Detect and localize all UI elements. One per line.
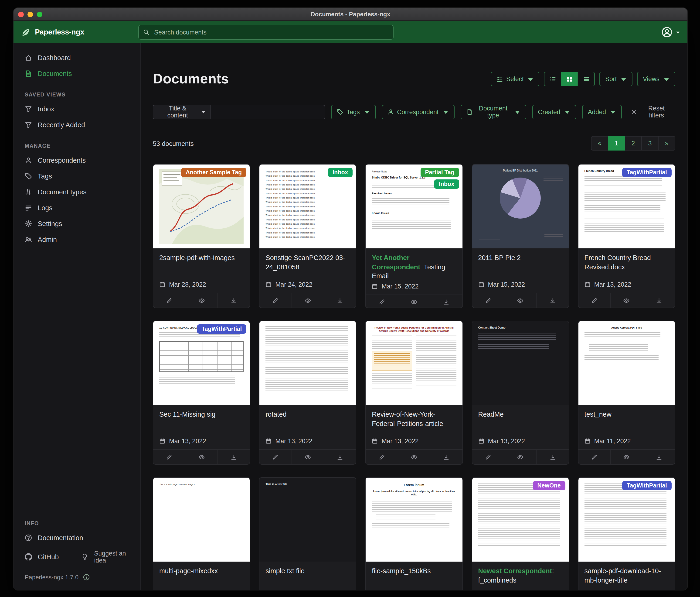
- document-title[interactable]: ReadMe: [472, 405, 569, 421]
- document-title[interactable]: Yet Another Correspondent: Testing Email: [366, 248, 462, 283]
- view-document-button[interactable]: [398, 450, 430, 464]
- view-document-button[interactable]: [291, 293, 324, 308]
- title-content-dropdown[interactable]: Title & content: [153, 104, 211, 119]
- tag-inbox[interactable]: Inbox: [328, 168, 353, 177]
- download-document-button[interactable]: [324, 450, 356, 464]
- document-thumbnail[interactable]: This is a test for the double space char…: [259, 165, 356, 248]
- suggest-an-idea-link[interactable]: Suggest an idea: [70, 546, 132, 568]
- document-title[interactable]: sample-pdf-download-10-mb-longer-title: [578, 562, 675, 587]
- download-document-button[interactable]: [430, 450, 462, 464]
- view-document-button[interactable]: [185, 450, 218, 464]
- pagination-page-3[interactable]: 3: [641, 136, 658, 150]
- document-thumbnail[interactable]: Contact Sheet Demo: [472, 321, 569, 405]
- view-document-button[interactable]: [504, 293, 536, 308]
- document-thumbnail[interactable]: [259, 321, 356, 405]
- document-thumbnail[interactable]: This is a test file.: [259, 478, 356, 562]
- document-thumbnail[interactable]: NewOne: [472, 478, 569, 562]
- zoom-window-button[interactable]: [37, 11, 42, 17]
- document-title[interactable]: file-sample_150kBs: [366, 562, 462, 578]
- pagination-page-1[interactable]: 1: [608, 136, 625, 150]
- sidebar-item-inbox[interactable]: Inbox: [14, 101, 140, 117]
- download-document-button[interactable]: [536, 450, 569, 464]
- sidebar-item-documents[interactable]: Documents: [14, 66, 140, 81]
- download-document-button[interactable]: [643, 293, 675, 308]
- edit-document-button[interactable]: [153, 450, 185, 464]
- view-details-button[interactable]: [578, 72, 595, 86]
- view-document-button[interactable]: [291, 450, 324, 464]
- edit-document-button[interactable]: [259, 450, 291, 464]
- tag-tagwithpartial[interactable]: TagWithPartial: [197, 325, 246, 334]
- view-list-button[interactable]: [544, 72, 561, 86]
- document-correspondent[interactable]: Newest Correspondent: [478, 567, 552, 575]
- edit-document-button[interactable]: [578, 450, 610, 464]
- document-thumbnail[interactable]: Lorem ipsumLorem ipsum dolor sit amet, c…: [366, 478, 462, 562]
- document-thumbnail[interactable]: TagWithPartial: [578, 478, 675, 562]
- document-thumbnail[interactable]: This is a multi page document. Page 1.: [153, 478, 250, 562]
- download-document-button[interactable]: [536, 293, 569, 308]
- view-document-button[interactable]: [610, 293, 643, 308]
- document-title[interactable]: Sec 11-Missing sig: [153, 405, 250, 421]
- document-thumbnail[interactable]: Another Sample Tag: [153, 165, 250, 248]
- document-title[interactable]: multi-page-mixedxx: [153, 562, 250, 578]
- sidebar-item-github[interactable]: GitHub: [14, 549, 70, 565]
- sidebar-item-correspondents[interactable]: Correspondents: [14, 152, 140, 168]
- download-document-button[interactable]: [324, 293, 356, 308]
- view-document-button[interactable]: [398, 295, 430, 308]
- tag-inbox[interactable]: Inbox: [434, 180, 459, 189]
- edit-document-button[interactable]: [472, 450, 504, 464]
- search-input[interactable]: [153, 28, 389, 36]
- document-title[interactable]: simple txt file: [259, 562, 356, 578]
- sidebar-item-admin[interactable]: Admin: [14, 232, 140, 247]
- edit-document-button[interactable]: [366, 450, 398, 464]
- filter-tags-button[interactable]: Tags: [331, 104, 376, 119]
- document-title[interactable]: Review-of-New-York-Federal-Petitions-art…: [366, 405, 462, 430]
- download-document-button[interactable]: [218, 450, 250, 464]
- sidebar-item-settings[interactable]: Settings: [14, 216, 140, 232]
- document-title[interactable]: Newest Correspondent: f_combineds: [472, 562, 569, 587]
- view-document-button[interactable]: [504, 450, 536, 464]
- view-grid-button[interactable]: [561, 72, 578, 86]
- info-icon[interactable]: [83, 574, 90, 581]
- view-document-button[interactable]: [610, 450, 643, 464]
- sort-button[interactable]: Sort: [600, 72, 633, 86]
- document-title[interactable]: French Country Bread Revised.docx: [578, 248, 675, 273]
- document-title[interactable]: 2011 BP Pie 2: [472, 248, 569, 264]
- reset-filters-button[interactable]: Reset filters: [628, 104, 675, 119]
- tag-partial-tag[interactable]: Partial Tag: [420, 168, 459, 177]
- document-thumbnail[interactable]: Patient BP Distribution 2011: [472, 165, 569, 248]
- app-brand[interactable]: Paperless-ngx: [21, 27, 138, 37]
- tag-tagwithpartial[interactable]: TagWithPartial: [622, 481, 672, 490]
- sidebar-item-tags[interactable]: Tags: [14, 168, 140, 184]
- document-title[interactable]: 2sample-pdf-with-images: [153, 248, 250, 264]
- tag-another-sample-tag[interactable]: Another Sample Tag: [181, 168, 246, 177]
- filter-added-button[interactable]: Added: [582, 104, 622, 119]
- edit-document-button[interactable]: [366, 295, 398, 308]
- document-thumbnail[interactable]: Review of New York Federal Petitions for…: [366, 321, 462, 405]
- document-correspondent[interactable]: Yet Another Correspondent: [372, 254, 420, 270]
- sidebar-item-dashboard[interactable]: Dashboard: [14, 50, 140, 66]
- sidebar-item-documentation[interactable]: Documentation: [14, 530, 140, 546]
- pagination-page-2[interactable]: 2: [625, 136, 642, 150]
- edit-document-button[interactable]: [578, 293, 610, 308]
- pagination-prev-button[interactable]: «: [591, 136, 608, 150]
- filter-text-input[interactable]: [211, 104, 325, 119]
- download-document-button[interactable]: [218, 293, 250, 308]
- document-thumbnail[interactable]: French Country BreadTagWithPartial: [578, 165, 675, 248]
- select-button[interactable]: Select: [491, 72, 540, 86]
- edit-document-button[interactable]: [472, 293, 504, 308]
- sidebar-item-recently-added[interactable]: Recently Added: [14, 117, 140, 133]
- edit-document-button[interactable]: [153, 293, 185, 308]
- views-button[interactable]: Views: [637, 72, 675, 86]
- minimize-window-button[interactable]: [27, 11, 33, 17]
- sidebar-item-document-types[interactable]: Document types: [14, 184, 140, 200]
- document-thumbnail[interactable]: Release NotesSimba ODBC Driver for SQL S…: [366, 165, 462, 248]
- tag-newone[interactable]: NewOne: [533, 481, 566, 490]
- pagination-next-button[interactable]: »: [658, 136, 675, 150]
- tag-tagwithpartial[interactable]: TagWithPartial: [622, 168, 672, 177]
- document-thumbnail[interactable]: Adobe Acrobat PDF Files: [578, 321, 675, 405]
- document-title[interactable]: Sonstige ScanPC2022 03-24_081058: [259, 248, 356, 273]
- sidebar-item-logs[interactable]: Logs: [14, 200, 140, 216]
- download-document-button[interactable]: [643, 450, 675, 464]
- filter-correspondent-button[interactable]: Correspondent: [382, 104, 454, 119]
- close-window-button[interactable]: [18, 11, 24, 17]
